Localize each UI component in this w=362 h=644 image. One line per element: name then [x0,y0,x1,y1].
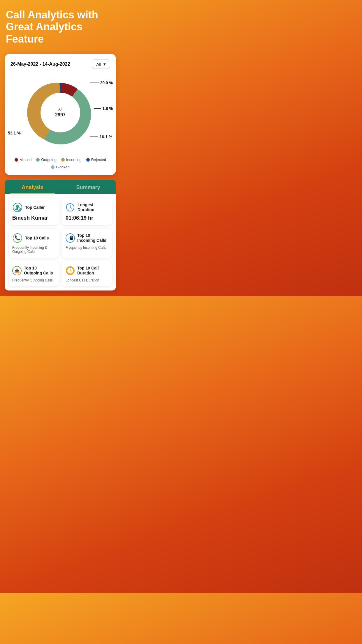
legend-item-rejected: Rejected [86,158,106,162]
clock-blue-icon [66,202,75,213]
top10-calls-title: Top 10 Calls [25,236,49,241]
top-caller-title: Top Caller [25,205,45,210]
legend-label-incoming: Incoming [66,158,82,162]
top10-duration-card[interactable]: Top 10 Call Duration Longest Call Durati… [62,261,112,286]
tab-bar: Analysis Summary [5,180,116,194]
donut-center-value: 2997 [55,112,66,118]
date-range: 26-May-2022 - 14-Aug-2022 [10,62,70,67]
top10-duration-title: Top 10 Call Duration [77,266,108,276]
legend-label-rejected: Rejected [91,158,106,162]
top10-outgoing-subtitle: Frequently Outgoing Calls [12,278,55,282]
clock-orange-icon [66,265,75,276]
tab-analysis[interactable]: Analysis [5,180,60,194]
svg-point-4 [19,209,20,210]
incoming-dot [61,158,65,162]
longest-duration-card[interactable]: Longest Duration 01:06:19 hr [62,198,112,225]
tabs-section: Analysis Summary Top Caller [5,180,116,290]
legend-label-blocked: Blocked [56,165,69,169]
svg-text:📞: 📞 [15,235,20,241]
top-caller-value: Binesh Kumar [12,215,55,221]
svg-text:📲: 📲 [68,235,73,241]
longest-duration-title: Longest Duration [78,202,108,212]
top10-duration-header: Top 10 Call Duration [66,265,108,276]
top10-incoming-header: 📲 Top 10 Incoming Calls [66,233,108,243]
top10-outgoing-header: 📤 Top 10 Outgoing Calls [12,265,55,276]
outgoing-dot [36,158,40,162]
blocked-dot [51,165,55,169]
top10-outgoing-title: Top 10 Outgoing Calls [24,266,55,276]
legend-label-outgoing: Outgoing [41,158,57,162]
chart-legend: Missed Outgoing Incoming Rejected Blocke… [10,158,110,169]
hero-title: Call Analytics with Great Analytics Feat… [5,9,116,45]
phone-both-icon: 📞 [12,233,23,243]
chart-card: 26-May-2022 - 14-Aug-2022 All ▾ All [5,54,116,175]
donut-label-53: 53.1 % [8,131,30,135]
phone-incoming-icon: 📲 [66,233,75,243]
top10-incoming-card[interactable]: 📲 Top 10 Incoming Calls Frequently Incom… [62,229,112,258]
filter-label: All [96,62,101,67]
donut-label-16: 16.1 % [90,134,112,139]
legend-item-incoming: Incoming [61,158,82,162]
donut-label-1-8: 1.8 % [94,106,113,111]
svg-text:📤: 📤 [14,268,20,273]
legend-label-missed: Missed [20,158,31,162]
top10-calls-subtitle: Frequently Incoming & Outgoing Calls [12,246,55,254]
top10-calls-header: 📞 Top 10 Calls [12,233,55,243]
donut-center-label: All [58,107,62,112]
top10-incoming-subtitle: Frequently Incoming Calls [66,246,108,250]
legend-item-blocked: Blocked [51,165,69,169]
longest-duration-header: Longest Duration [66,202,108,213]
filter-dropdown[interactable]: All ▾ [92,60,110,69]
top10-outgoing-card[interactable]: 📤 Top 10 Outgoing Calls Frequently Outgo… [9,261,59,286]
top-caller-card[interactable]: Top Caller Binesh Kumar [9,198,59,225]
rejected-dot [86,158,90,162]
longest-duration-value: 01:06:19 hr [66,215,108,221]
person-icon [12,202,23,213]
legend-item-missed: Missed [15,158,31,162]
donut-chart: All 2997 [22,75,98,150]
phone-outgoing-icon: 📤 [12,265,22,276]
legend-item-outgoing: Outgoing [36,158,57,162]
date-row: 26-May-2022 - 14-Aug-2022 All ▾ [10,60,110,69]
donut-center: All 2997 [55,107,66,118]
top-caller-header: Top Caller [12,202,55,213]
tab-summary[interactable]: Summary [60,180,116,194]
analysis-section: Top Caller Binesh Kumar Longest Du [5,194,116,290]
top10-calls-card[interactable]: 📞 Top 10 Calls Frequently Incoming & Out… [9,229,59,258]
donut-label-29: 29.0 % [90,80,113,85]
top10-incoming-title: Top 10 Incoming Calls [77,233,108,243]
svg-point-2 [16,205,19,208]
chevron-down-icon: ▾ [103,62,106,67]
missed-dot [15,158,18,162]
analysis-grid: Top Caller Binesh Kumar Longest Du [9,198,112,286]
top10-duration-subtitle: Longest Call Duration [66,278,108,282]
